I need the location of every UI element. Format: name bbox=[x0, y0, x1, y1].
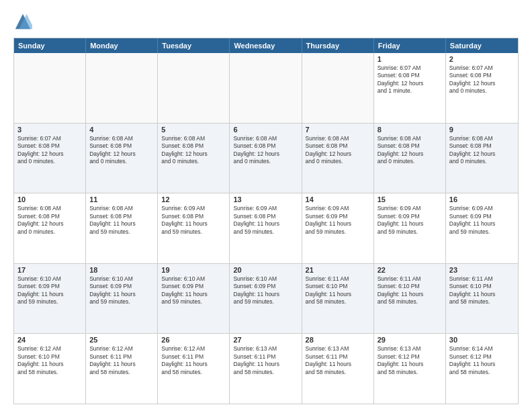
day-number: 20 bbox=[233, 266, 298, 274]
day-number: 24 bbox=[17, 336, 82, 344]
day-cell-10: 10Sunrise: 6:08 AM Sunset: 6:08 PM Dayli… bbox=[14, 193, 86, 263]
day-number: 25 bbox=[89, 336, 154, 344]
day-cell-24: 24Sunrise: 6:12 AM Sunset: 6:10 PM Dayli… bbox=[14, 334, 86, 404]
empty-cell bbox=[14, 53, 86, 123]
day-info: Sunrise: 6:12 AM Sunset: 6:11 PM Dayligh… bbox=[89, 345, 154, 376]
day-number: 26 bbox=[161, 336, 226, 344]
calendar: SundayMondayTuesdayWednesdayThursdayFrid… bbox=[13, 38, 519, 404]
day-info: Sunrise: 6:09 AM Sunset: 6:08 PM Dayligh… bbox=[161, 205, 226, 236]
day-cell-1: 1Sunrise: 6:07 AM Sunset: 6:08 PM Daylig… bbox=[374, 53, 446, 123]
calendar-header: SundayMondayTuesdayWednesdayThursdayFrid… bbox=[14, 38, 518, 53]
day-info: Sunrise: 6:08 AM Sunset: 6:08 PM Dayligh… bbox=[449, 135, 515, 166]
day-cell-5: 5Sunrise: 6:08 AM Sunset: 6:08 PM Daylig… bbox=[158, 124, 230, 193]
day-info: Sunrise: 6:07 AM Sunset: 6:08 PM Dayligh… bbox=[449, 64, 515, 95]
logo bbox=[13, 12, 35, 31]
logo-icon bbox=[13, 12, 32, 31]
empty-cell bbox=[158, 53, 230, 123]
day-cell-16: 16Sunrise: 6:09 AM Sunset: 6:09 PM Dayli… bbox=[446, 193, 518, 263]
calendar-row-5: 24Sunrise: 6:12 AM Sunset: 6:10 PM Dayli… bbox=[14, 333, 518, 404]
header-day-monday: Monday bbox=[86, 38, 158, 53]
day-cell-4: 4Sunrise: 6:08 AM Sunset: 6:08 PM Daylig… bbox=[86, 124, 158, 193]
day-number: 7 bbox=[306, 126, 370, 134]
calendar-row-2: 3Sunrise: 6:07 AM Sunset: 6:08 PM Daylig… bbox=[14, 123, 518, 193]
day-number: 9 bbox=[449, 126, 515, 134]
day-cell-30: 30Sunrise: 6:14 AM Sunset: 6:12 PM Dayli… bbox=[446, 334, 518, 404]
day-number: 5 bbox=[161, 126, 226, 134]
day-info: Sunrise: 6:11 AM Sunset: 6:10 PM Dayligh… bbox=[306, 275, 370, 306]
header-day-friday: Friday bbox=[374, 38, 446, 53]
day-cell-3: 3Sunrise: 6:07 AM Sunset: 6:08 PM Daylig… bbox=[14, 124, 86, 193]
day-cell-25: 25Sunrise: 6:12 AM Sunset: 6:11 PM Dayli… bbox=[86, 334, 158, 404]
day-number: 1 bbox=[378, 55, 442, 63]
header-day-tuesday: Tuesday bbox=[158, 38, 230, 53]
day-cell-11: 11Sunrise: 6:08 AM Sunset: 6:08 PM Dayli… bbox=[86, 193, 158, 263]
day-cell-19: 19Sunrise: 6:10 AM Sunset: 6:09 PM Dayli… bbox=[158, 264, 230, 334]
day-info: Sunrise: 6:07 AM Sunset: 6:08 PM Dayligh… bbox=[17, 135, 82, 166]
calendar-row-3: 10Sunrise: 6:08 AM Sunset: 6:08 PM Dayli… bbox=[14, 193, 518, 263]
day-info: Sunrise: 6:09 AM Sunset: 6:08 PM Dayligh… bbox=[233, 205, 298, 236]
day-cell-6: 6Sunrise: 6:08 AM Sunset: 6:08 PM Daylig… bbox=[230, 124, 302, 193]
day-cell-13: 13Sunrise: 6:09 AM Sunset: 6:08 PM Dayli… bbox=[230, 193, 302, 263]
day-number: 30 bbox=[449, 336, 515, 344]
page: SundayMondayTuesdayWednesdayThursdayFrid… bbox=[0, 0, 532, 411]
day-number: 4 bbox=[89, 126, 154, 134]
day-cell-18: 18Sunrise: 6:10 AM Sunset: 6:09 PM Dayli… bbox=[86, 264, 158, 334]
day-number: 23 bbox=[449, 266, 515, 274]
day-number: 19 bbox=[161, 266, 226, 274]
day-cell-21: 21Sunrise: 6:11 AM Sunset: 6:10 PM Dayli… bbox=[302, 264, 374, 334]
day-cell-8: 8Sunrise: 6:08 AM Sunset: 6:08 PM Daylig… bbox=[374, 124, 446, 193]
day-info: Sunrise: 6:08 AM Sunset: 6:08 PM Dayligh… bbox=[233, 135, 298, 166]
calendar-row-4: 17Sunrise: 6:10 AM Sunset: 6:09 PM Dayli… bbox=[14, 263, 518, 334]
day-info: Sunrise: 6:09 AM Sunset: 6:09 PM Dayligh… bbox=[378, 205, 442, 236]
header-day-sunday: Sunday bbox=[14, 38, 86, 53]
day-cell-23: 23Sunrise: 6:11 AM Sunset: 6:10 PM Dayli… bbox=[446, 264, 518, 334]
day-info: Sunrise: 6:13 AM Sunset: 6:12 PM Dayligh… bbox=[378, 345, 442, 376]
empty-cell bbox=[230, 53, 302, 123]
day-info: Sunrise: 6:09 AM Sunset: 6:09 PM Dayligh… bbox=[306, 205, 370, 236]
day-info: Sunrise: 6:14 AM Sunset: 6:12 PM Dayligh… bbox=[449, 345, 515, 376]
day-info: Sunrise: 6:10 AM Sunset: 6:09 PM Dayligh… bbox=[17, 275, 82, 306]
day-number: 2 bbox=[449, 55, 515, 63]
empty-cell bbox=[302, 53, 374, 123]
day-info: Sunrise: 6:10 AM Sunset: 6:09 PM Dayligh… bbox=[233, 275, 298, 306]
day-cell-9: 9Sunrise: 6:08 AM Sunset: 6:08 PM Daylig… bbox=[446, 124, 518, 193]
day-info: Sunrise: 6:11 AM Sunset: 6:10 PM Dayligh… bbox=[378, 275, 442, 306]
day-number: 21 bbox=[306, 266, 370, 274]
day-cell-20: 20Sunrise: 6:10 AM Sunset: 6:09 PM Dayli… bbox=[230, 264, 302, 334]
day-number: 6 bbox=[233, 126, 298, 134]
day-cell-29: 29Sunrise: 6:13 AM Sunset: 6:12 PM Dayli… bbox=[374, 334, 446, 404]
day-number: 16 bbox=[449, 195, 515, 203]
day-number: 28 bbox=[306, 336, 370, 344]
day-number: 13 bbox=[233, 195, 298, 203]
header-day-wednesday: Wednesday bbox=[230, 38, 302, 53]
day-cell-27: 27Sunrise: 6:13 AM Sunset: 6:11 PM Dayli… bbox=[230, 334, 302, 404]
day-info: Sunrise: 6:08 AM Sunset: 6:08 PM Dayligh… bbox=[161, 135, 226, 166]
day-info: Sunrise: 6:09 AM Sunset: 6:09 PM Dayligh… bbox=[449, 205, 515, 236]
day-info: Sunrise: 6:10 AM Sunset: 6:09 PM Dayligh… bbox=[161, 275, 226, 306]
day-number: 14 bbox=[306, 195, 370, 203]
calendar-row-1: 1Sunrise: 6:07 AM Sunset: 6:08 PM Daylig… bbox=[14, 53, 518, 123]
day-cell-12: 12Sunrise: 6:09 AM Sunset: 6:08 PM Dayli… bbox=[158, 193, 230, 263]
day-number: 22 bbox=[378, 266, 442, 274]
day-info: Sunrise: 6:08 AM Sunset: 6:08 PM Dayligh… bbox=[378, 135, 442, 166]
header-day-thursday: Thursday bbox=[302, 38, 374, 53]
day-info: Sunrise: 6:07 AM Sunset: 6:08 PM Dayligh… bbox=[378, 64, 442, 95]
day-cell-26: 26Sunrise: 6:12 AM Sunset: 6:11 PM Dayli… bbox=[158, 334, 230, 404]
day-number: 11 bbox=[89, 195, 154, 203]
day-info: Sunrise: 6:08 AM Sunset: 6:08 PM Dayligh… bbox=[17, 205, 82, 236]
day-number: 10 bbox=[17, 195, 82, 203]
header-day-saturday: Saturday bbox=[446, 38, 518, 53]
day-info: Sunrise: 6:12 AM Sunset: 6:11 PM Dayligh… bbox=[161, 345, 226, 376]
day-number: 29 bbox=[378, 336, 442, 344]
day-number: 3 bbox=[17, 126, 82, 134]
day-cell-14: 14Sunrise: 6:09 AM Sunset: 6:09 PM Dayli… bbox=[302, 193, 374, 263]
day-cell-2: 2Sunrise: 6:07 AM Sunset: 6:08 PM Daylig… bbox=[446, 53, 518, 123]
day-info: Sunrise: 6:12 AM Sunset: 6:10 PM Dayligh… bbox=[17, 345, 82, 376]
day-info: Sunrise: 6:13 AM Sunset: 6:11 PM Dayligh… bbox=[233, 345, 298, 376]
day-info: Sunrise: 6:13 AM Sunset: 6:11 PM Dayligh… bbox=[306, 345, 370, 376]
header bbox=[13, 12, 519, 31]
day-cell-22: 22Sunrise: 6:11 AM Sunset: 6:10 PM Dayli… bbox=[374, 264, 446, 334]
day-number: 18 bbox=[89, 266, 154, 274]
day-number: 8 bbox=[378, 126, 442, 134]
day-info: Sunrise: 6:08 AM Sunset: 6:08 PM Dayligh… bbox=[89, 135, 154, 166]
